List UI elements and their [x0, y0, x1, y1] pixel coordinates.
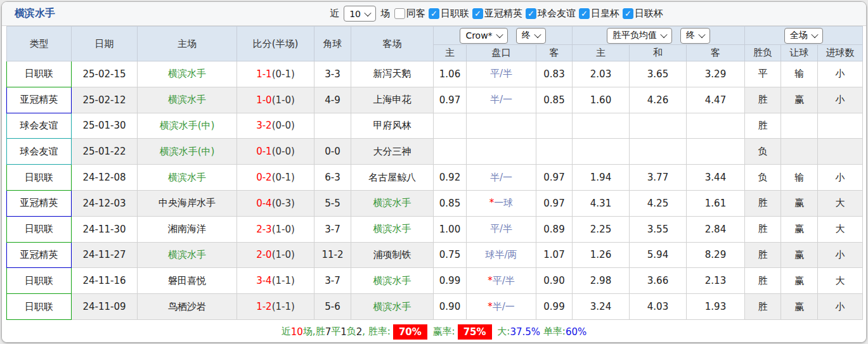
home-team-cell: 磐田喜悦: [138, 268, 237, 294]
sub-header-avg-draw: 和: [630, 45, 687, 61]
odds-time-select[interactable]: 终: [516, 28, 546, 44]
recent-label: 近: [330, 8, 339, 20]
checkbox-label: 同客: [406, 8, 425, 20]
score-cell: 2-3(1-0): [237, 216, 314, 242]
avg-home-cell: 1.60: [573, 87, 630, 113]
odds-home-cell: 0.75: [434, 242, 467, 268]
handicap-result-cell: 赢: [781, 242, 818, 268]
goals-cell: 小: [818, 242, 863, 268]
score-cell: 3-4(1-1): [237, 268, 314, 294]
handicap-star: *: [488, 301, 493, 312]
date-cell: 24-11-09: [72, 294, 138, 320]
sub-header-avg-away: 客: [687, 45, 745, 61]
scope-group-header: 全场: [745, 27, 863, 45]
avg-draw-cell: 3.66: [630, 268, 687, 294]
halftime-score: (0-3): [272, 198, 295, 209]
checked-checkbox-icon[interactable]: ✓: [623, 8, 633, 19]
halftime-score: (0-1): [272, 172, 295, 183]
avg-draw-cell: 4.03: [630, 294, 687, 320]
filter-checkbox-3[interactable]: ✓球会友谊: [526, 8, 576, 20]
avg-draw-cell: 3.77: [630, 165, 687, 191]
home-team-cell: 横滨水手: [138, 242, 237, 268]
away-team-cell: 横滨水手: [351, 268, 434, 294]
avg-home-cell: 2.03: [573, 61, 630, 87]
odds-away-cell: [536, 139, 573, 165]
unchecked-checkbox-icon[interactable]: [394, 8, 405, 19]
date-cell: 24-11-27: [72, 242, 138, 268]
checked-checkbox-icon[interactable]: ✓: [472, 8, 483, 19]
avg-away-cell: 3.44: [687, 165, 745, 191]
away-team-cell: 大分三神: [351, 139, 434, 165]
halftime-score: (0-0): [272, 146, 295, 157]
odds-away-cell: 0.97: [536, 165, 573, 191]
col-header-score: 比分(半场): [237, 27, 314, 61]
summary-text: 单率:: [540, 326, 566, 338]
summary-text: 负: [347, 326, 356, 338]
result-cell: 胜: [745, 294, 781, 320]
handicap-result-cell: 赢: [781, 87, 818, 113]
odds-away-cell: [536, 113, 573, 139]
corner-cell: 5-6: [314, 294, 351, 320]
league-type-cell: 日职联: [7, 294, 72, 320]
result-cell: 平: [745, 61, 781, 87]
fulltime-score: 1-0: [256, 94, 272, 106]
filter-checkbox-5[interactable]: ✓日联杯: [623, 8, 663, 20]
table-row: 日职联 25-02-15 横滨水手 1-1(0-1) 3-3 新泻天鹅 1.06…: [7, 61, 863, 87]
recent-count-value: 10: [349, 9, 361, 19]
odds-home-cell: 0.90: [434, 294, 467, 320]
halftime-score: (1-1): [272, 275, 295, 286]
checked-checkbox-icon[interactable]: ✓: [526, 8, 536, 19]
checked-checkbox-icon[interactable]: ✓: [579, 8, 590, 19]
odds-home-cell: 0.99: [434, 268, 467, 294]
halftime-score: (1-0): [272, 249, 295, 260]
avg-draw-cell: 3.65: [630, 61, 687, 87]
home-team-cell: 中央海岸水手: [138, 190, 237, 216]
odds-home-cell: 0.92: [434, 165, 467, 191]
halftime-score: (1-0): [272, 224, 295, 235]
summary-text: 近: [282, 326, 291, 338]
checked-checkbox-icon[interactable]: ✓: [429, 8, 439, 19]
league-type-cell: 日职联: [7, 165, 72, 191]
handicap-cell: 球半/两: [467, 242, 536, 268]
goals-cell: 小: [818, 165, 863, 191]
handicap-result-cell: 赢: [781, 294, 818, 320]
summary-text: 60%: [566, 326, 586, 338]
summary-text: 2: [356, 326, 363, 338]
odds-company-select[interactable]: Crow*: [460, 28, 507, 44]
avg-time-select[interactable]: 终: [680, 28, 710, 44]
league-filter-checkboxes: 同客✓日职联✓亚冠精英✓球会友谊✓日皇杯✓日联杯: [394, 8, 663, 20]
handicap-value: 一球: [494, 197, 513, 208]
table-row: 日职联 24-11-09 鸟栖沙岩 1-2(1-1) 5-6 横滨水手 0.90…: [7, 294, 863, 320]
sub-header-odds-home: 主: [434, 45, 467, 61]
home-team-cell: 横滨水手: [138, 87, 237, 113]
scope-select[interactable]: 全场: [784, 28, 823, 44]
handicap-value: 半/一: [493, 301, 515, 312]
recent-count-select[interactable]: 10: [344, 6, 376, 22]
avg-away-cell: [687, 139, 745, 165]
away-team-cell: 横滨水手: [351, 190, 434, 216]
handicap-cell: *半/一: [467, 294, 536, 320]
avg-away-cell: [687, 113, 745, 139]
odds-away-cell: 0.97: [536, 190, 573, 216]
odds-home-cell: 0.97: [434, 87, 467, 113]
checkbox-label: 亚冠精英: [484, 8, 522, 20]
avg-type-select[interactable]: 胜平负均值: [607, 28, 672, 44]
corner-cell: 3-7: [314, 268, 351, 294]
match-history-panel: 横滨水手 近 10 场 同客✓日职联✓亚冠精英✓球会友谊✓日皇杯✓日联杯 类型 …: [1, 1, 867, 343]
score-cell: 1-1(0-1): [237, 61, 314, 87]
goals-cell: 大: [818, 190, 863, 216]
filter-checkbox-2[interactable]: ✓亚冠精英: [472, 8, 522, 20]
score-cell: 0-4(0-3): [237, 190, 314, 216]
filters-group: 近 10 场 同客✓日职联✓亚冠精英✓球会友谊✓日皇杯✓日联杯: [330, 6, 663, 22]
goals-cell: [818, 139, 863, 165]
fulltime-score: 0-4: [256, 198, 272, 209]
league-type-cell: 亚冠精英: [7, 242, 72, 268]
filter-checkbox-1[interactable]: ✓日职联: [429, 8, 469, 20]
filter-checkbox-4[interactable]: ✓日皇杯: [579, 8, 619, 20]
avg-time-value: 终: [686, 30, 695, 41]
team-title: 横滨水手: [15, 7, 55, 20]
summary-text: 10: [291, 326, 303, 338]
table-row: 球会友谊 25-01-22 横滨水手(中) 0-1(0-0) 0-0 大分三神 …: [7, 139, 863, 165]
summary-footer: 近10场,胜7平1负2, 胜率:70% 赢率:75% 大:37.5% 单率:60…: [2, 320, 866, 343]
filter-checkbox-0[interactable]: 同客: [394, 8, 425, 20]
